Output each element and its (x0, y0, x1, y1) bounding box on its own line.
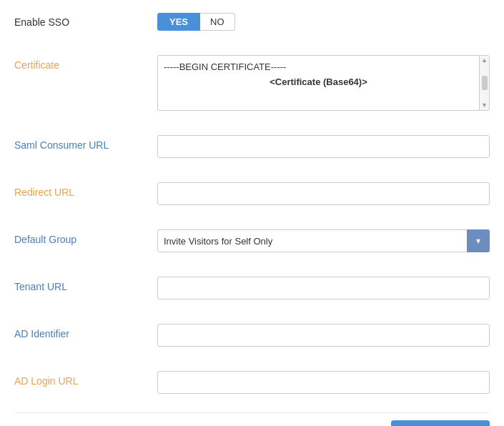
ad-identifier-label: AD Identifier (14, 324, 157, 340)
scrollbar: ▲ ▼ (479, 56, 489, 110)
page-container: Enable SSO YES NO Certificate -----BEGIN… (0, 0, 504, 426)
ad-identifier-input[interactable] (157, 324, 490, 347)
import-metadata-button[interactable]: Import Metadata (391, 420, 490, 426)
ad-login-url-wrapper (157, 371, 490, 394)
tenant-url-row: Tenant URL (14, 271, 490, 305)
saml-consumer-url-wrapper (157, 135, 490, 158)
certificate-line2: <Certificate (Base64)> (164, 75, 473, 90)
enable-sso-row: Enable SSO YES NO (14, 7, 490, 36)
ad-login-url-input[interactable] (157, 371, 490, 394)
ad-login-url-row: AD Login URL (14, 365, 490, 400)
toggle-wrapper: YES NO (157, 13, 235, 31)
saml-consumer-url-label: Saml Consumer URL (14, 135, 157, 151)
certificate-row: Certificate -----BEGIN CERTIFICATE----- … (14, 49, 490, 117)
ad-login-url-label: AD Login URL (14, 371, 157, 387)
certificate-display[interactable]: -----BEGIN CERTIFICATE----- <Certificate… (157, 55, 490, 111)
redirect-url-wrapper (157, 182, 490, 205)
default-group-label: Default Group (14, 229, 157, 245)
scroll-down-icon: ▼ (481, 102, 488, 109)
certificate-wrapper: -----BEGIN CERTIFICATE----- <Certificate… (157, 55, 490, 111)
scroll-thumb (482, 76, 488, 90)
default-group-row: Default Group Invite Visitors for Self O… (14, 224, 490, 258)
enable-sso-label: Enable SSO (14, 16, 157, 28)
saml-consumer-url-input[interactable] (157, 135, 490, 158)
bottom-bar: Import Metadata (14, 412, 490, 426)
default-group-wrapper: Invite Visitors for Self Only Option 2 O… (157, 229, 490, 252)
ad-identifier-row: AD Identifier (14, 318, 490, 352)
tenant-url-label: Tenant URL (14, 277, 157, 292)
ad-identifier-wrapper (157, 324, 490, 347)
certificate-label: Certificate (14, 55, 157, 71)
redirect-url-row: Redirect URL (14, 177, 490, 211)
scroll-up-icon: ▲ (481, 57, 488, 64)
certificate-line1: -----BEGIN CERTIFICATE----- (164, 60, 473, 75)
toggle-yes-button[interactable]: YES (157, 13, 200, 31)
toggle-no-button[interactable]: NO (200, 13, 235, 31)
tenant-url-wrapper (157, 277, 490, 299)
default-group-select-wrapper: Invite Visitors for Self Only Option 2 O… (157, 229, 490, 252)
certificate-textarea-container: -----BEGIN CERTIFICATE----- <Certificate… (157, 55, 490, 111)
redirect-url-label: Redirect URL (14, 182, 157, 198)
default-group-select[interactable]: Invite Visitors for Self Only Option 2 O… (157, 229, 490, 252)
saml-consumer-url-row: Saml Consumer URL (14, 129, 490, 164)
tenant-url-input[interactable] (157, 277, 490, 299)
redirect-url-input[interactable] (157, 182, 490, 205)
